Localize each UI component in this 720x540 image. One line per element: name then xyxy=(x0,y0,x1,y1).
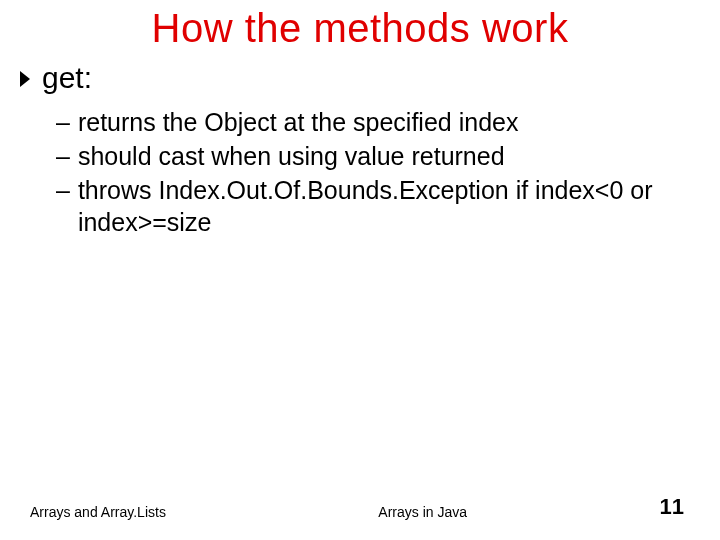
bullet-level1-text: get: xyxy=(42,61,92,96)
bullet-level2-list: – returns the Object at the specified in… xyxy=(20,106,700,238)
footer-left: Arrays and Array.Lists xyxy=(0,504,166,520)
dash-icon: – xyxy=(56,140,70,172)
bullet-level2-text: throws Index.Out.Of.Bounds.Exception if … xyxy=(78,174,700,238)
slide-title: How the methods work xyxy=(0,0,720,51)
bullet-level2-text: should cast when using value returned xyxy=(78,140,700,172)
dash-icon: – xyxy=(56,106,70,138)
bullet-level1: get: xyxy=(20,61,700,96)
page-number: 11 xyxy=(660,494,720,520)
bullet-level2-text: returns the Object at the specified inde… xyxy=(78,106,700,138)
slide: How the methods work get: – returns the … xyxy=(0,0,720,540)
bullet-level2-item: – returns the Object at the specified in… xyxy=(56,106,700,138)
footer-center: Arrays in Java xyxy=(166,504,660,520)
bullet-level2-item: – should cast when using value returned xyxy=(56,140,700,172)
arrow-icon xyxy=(20,71,34,87)
slide-body: get: – returns the Object at the specifi… xyxy=(0,51,720,238)
svg-marker-0 xyxy=(20,71,30,87)
dash-icon: – xyxy=(56,174,70,238)
bullet-level2-item: – throws Index.Out.Of.Bounds.Exception i… xyxy=(56,174,700,238)
footer: Arrays and Array.Lists Arrays in Java 11 xyxy=(0,494,720,520)
